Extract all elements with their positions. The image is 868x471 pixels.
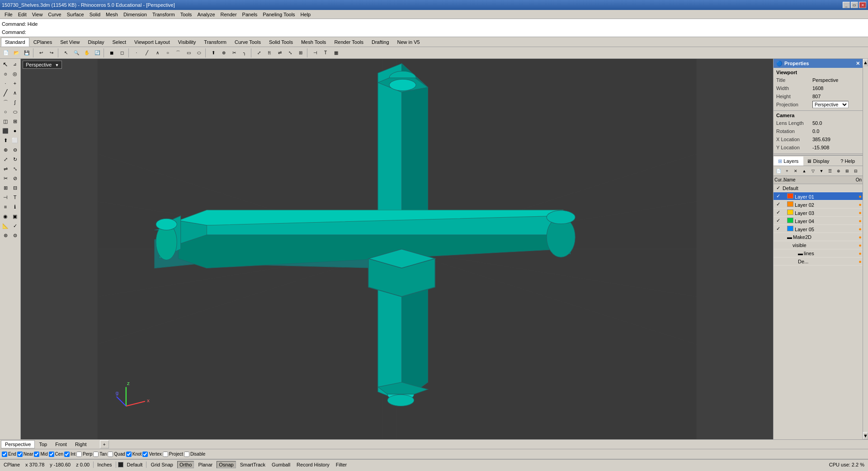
view-btn[interactable]: ⌾	[1, 69, 10, 78]
snap-perp-checkbox[interactable]	[76, 452, 82, 457]
polyline-btn[interactable]: ∧	[10, 88, 19, 97]
select-sub-btn[interactable]: ⊿	[10, 60, 19, 69]
snap-quad-checkbox[interactable]	[108, 452, 113, 457]
projection-select[interactable]: Perspective Parallel	[812, 101, 849, 108]
menu-solid[interactable]: Solid	[87, 11, 103, 18]
tab-new-v5[interactable]: New in V5	[393, 38, 424, 47]
tab-help-panel[interactable]: ? Help	[833, 157, 863, 166]
command-input[interactable]	[26, 29, 866, 35]
snap-project-checkbox[interactable]	[163, 452, 168, 457]
tb-wire[interactable]: ◻	[117, 48, 127, 58]
tb-open[interactable]: 📂	[11, 48, 21, 58]
group-btn[interactable]: ⊟	[10, 183, 19, 192]
array-btn2[interactable]: ⊞	[1, 183, 10, 192]
snap-tan-checkbox[interactable]	[93, 452, 99, 457]
layer-row-visible[interactable]: visible ●	[774, 241, 863, 249]
layer-more3-btn[interactable]: ⊟	[852, 167, 860, 175]
layer-options-btn[interactable]: ☰	[826, 167, 834, 175]
layer-row-04[interactable]: ✓ Layer 04 ●	[774, 217, 863, 225]
tb-fillet[interactable]: ╮	[240, 48, 250, 58]
viewport[interactable]: Perspective ▼	[21, 59, 773, 439]
analysis-btn[interactable]: 📐	[1, 221, 10, 230]
planar-btn[interactable]: Planar	[196, 461, 215, 468]
tb-copy[interactable]: ⎘	[264, 48, 274, 58]
tab-render-tools[interactable]: Render Tools	[330, 38, 368, 47]
layer-row-lines[interactable]: ▬ lines ●	[774, 249, 863, 257]
menu-surface[interactable]: Surface	[64, 11, 87, 18]
tb-trim[interactable]: ✂	[229, 48, 239, 58]
view-sub-btn[interactable]: ◎	[10, 69, 19, 78]
vp-tab-perspective[interactable]: Perspective	[1, 440, 35, 448]
menu-file[interactable]: File	[2, 11, 15, 18]
sphere-btn[interactable]: ●	[10, 126, 19, 135]
check-btn[interactable]: ✓	[10, 221, 19, 230]
menu-panels[interactable]: Panels	[240, 11, 260, 18]
menu-tools[interactable]: Tools	[178, 11, 195, 18]
diff-btn[interactable]: ⊖	[10, 145, 19, 154]
command-line2[interactable]: Command:	[2, 28, 866, 36]
snap-vertex-checkbox[interactable]	[142, 452, 148, 457]
layers-btn[interactable]: ≡	[1, 202, 10, 211]
vp-tab-right[interactable]: Right	[71, 440, 91, 448]
expand-lines[interactable]: ▬	[798, 251, 802, 256]
layer-row-02[interactable]: ✓ Layer 02 ●	[774, 200, 863, 209]
scale-btn2[interactable]: ⤡	[10, 164, 19, 173]
layer-row-default[interactable]: ✓ Default	[774, 184, 863, 192]
layer-more2-btn[interactable]: ⊞	[843, 167, 851, 175]
material-btn[interactable]: ▣	[10, 212, 19, 221]
move-btn[interactable]: ⤢	[1, 155, 10, 164]
move-up-btn[interactable]: ▲	[800, 167, 808, 175]
new-sub-layer-btn[interactable]: +	[783, 167, 791, 175]
vp-tab-front[interactable]: Front	[51, 440, 71, 448]
select-btn[interactable]: ↖	[1, 60, 10, 69]
snap-knot-checkbox[interactable]	[126, 452, 132, 457]
tb-new[interactable]: 📄	[1, 48, 11, 58]
smarttrack-btn[interactable]: SmartTrack	[238, 461, 268, 468]
layer-row-de[interactable]: De... ●	[774, 257, 863, 266]
tb-select[interactable]: ↖	[61, 48, 71, 58]
right-scrollbar[interactable]: ▲ ▼	[863, 59, 868, 439]
tb-scale[interactable]: ⤡	[285, 48, 295, 58]
restore-button[interactable]: ▭	[851, 2, 858, 8]
surface-btn[interactable]: ◫	[1, 117, 10, 126]
tb-save[interactable]: 💾	[22, 48, 32, 58]
menu-paneling[interactable]: Paneling Tools	[260, 11, 297, 18]
tab-mesh-tools[interactable]: Mesh Tools	[297, 38, 330, 47]
trim-btn[interactable]: ✂	[1, 174, 10, 183]
tb-text[interactable]: T	[321, 48, 330, 58]
render-btn[interactable]: ◉	[1, 212, 10, 221]
tb-ellipse[interactable]: ⬭	[194, 48, 204, 58]
tab-curve-tools[interactable]: Curve Tools	[231, 38, 265, 47]
osnap-btn[interactable]: Osnap	[217, 461, 236, 468]
minimize-button[interactable]: _	[843, 2, 850, 8]
tab-transform[interactable]: Transform	[200, 38, 231, 47]
tb-circle[interactable]: ○	[163, 48, 173, 58]
layer-row-make2d[interactable]: ▬ Make2D ●	[774, 233, 863, 241]
tab-drafting[interactable]: Drafting	[368, 38, 393, 47]
tab-select[interactable]: Select	[108, 38, 131, 47]
dim-btn2[interactable]: ⊣	[1, 193, 10, 202]
menu-analyze[interactable]: Analyze	[194, 11, 217, 18]
ellipse-btn[interactable]: ⬭	[10, 107, 19, 116]
mirror-btn[interactable]: ⇌	[1, 164, 10, 173]
box-btn[interactable]: ⬛	[1, 126, 10, 135]
line-btn[interactable]: ╱	[1, 88, 10, 97]
menu-curve[interactable]: Curve	[45, 11, 64, 18]
tab-viewport-layout[interactable]: Viewport Layout	[130, 38, 174, 47]
tb-mirror[interactable]: ⇌	[275, 48, 285, 58]
tb-undo[interactable]: ↩	[36, 48, 46, 58]
move-down-btn[interactable]: ▽	[809, 167, 817, 175]
loft-btn[interactable]: ⬜	[10, 136, 19, 145]
layer-row-01[interactable]: ✓ Layer 01 ●	[774, 192, 863, 200]
grid-snap-btn[interactable]: Grid Snap	[148, 461, 175, 468]
tb-redo[interactable]: ↪	[47, 48, 57, 58]
rotate-btn2[interactable]: ↻	[10, 155, 19, 164]
tab-layers[interactable]: ⊞ Layers	[774, 157, 803, 166]
tab-display[interactable]: Display	[84, 38, 108, 47]
join-btn[interactable]: ⊘	[10, 174, 19, 183]
tab-setview[interactable]: Set View	[56, 38, 84, 47]
layer-row-05[interactable]: ✓ Layer 05 ●	[774, 225, 863, 233]
filter-layers-btn[interactable]: ▼	[817, 167, 826, 175]
tb-line[interactable]: ╱	[142, 48, 152, 58]
tab-solid-tools[interactable]: Solid Tools	[265, 38, 297, 47]
